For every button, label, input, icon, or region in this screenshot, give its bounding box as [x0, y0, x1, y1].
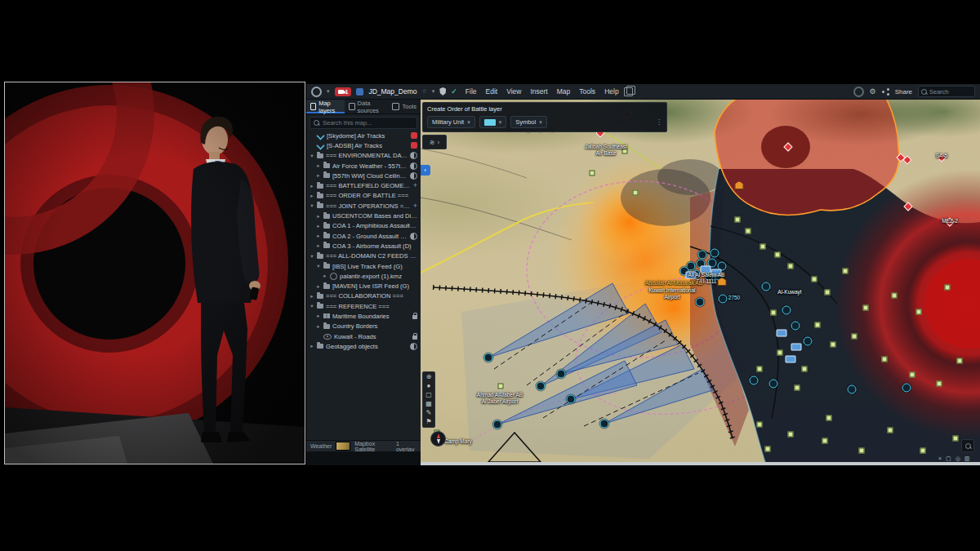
layers-quick-toggle[interactable]: ≋ › — [422, 135, 447, 149]
draw-icon[interactable]: ✎ — [426, 410, 432, 416]
map-search-input[interactable]: Search this map... — [310, 117, 417, 129]
menu-help[interactable]: Help — [604, 87, 618, 96]
title-star-icon[interactable]: ☆ — [421, 88, 426, 95]
lock-icon[interactable] — [412, 315, 417, 319]
caret-icon[interactable]: ▸ — [316, 162, 321, 169]
caret-icon[interactable]: ▾ — [310, 303, 314, 309]
measure-icon[interactable]: ⚑ — [425, 419, 431, 425]
app-logo-icon[interactable] — [311, 87, 322, 97]
opacity-icon[interactable] — [410, 162, 417, 170]
share-button[interactable]: Share — [895, 88, 912, 96]
menu-map[interactable]: Map — [557, 87, 571, 96]
layer-row[interactable]: [S-ADSB] Air Tracks — [306, 140, 421, 150]
share-node-icon[interactable] — [882, 88, 889, 96]
layer-row[interactable]: ▸USCENTCOM Bases and Disposition — [306, 211, 421, 220]
close-icon[interactable]: × — [938, 455, 942, 462]
opacity-icon[interactable] — [410, 233, 417, 240]
title-caret-icon[interactable]: ▾ — [432, 88, 435, 95]
caret-icon[interactable]: ▸ — [316, 213, 321, 220]
layer-row[interactable]: ▸palantir-export (1).kmz — [306, 271, 421, 281]
map-canvas[interactable]: Juwairi Highway StripJalibah Southeast A… — [421, 100, 980, 462]
lock-icon[interactable] — [412, 335, 417, 340]
layer-row[interactable]: ▸[557th WW] Cloud Ceiling Height (A) — [306, 171, 421, 180]
menu-edit[interactable]: Edit — [486, 87, 498, 96]
layer-row[interactable]: ▾=== REFERENCE === — [306, 301, 421, 311]
tab-map-layers[interactable]: Map layers — [306, 100, 345, 113]
caret-icon[interactable]: ▸ — [323, 273, 327, 279]
layer-row[interactable]: ▸[MAVEN] Live ISR Feed (G) — [306, 281, 421, 291]
caret-icon[interactable]: ▾ — [316, 263, 321, 269]
add-icon[interactable]: + — [413, 202, 417, 210]
pages-icon[interactable] — [624, 87, 633, 96]
add-icon[interactable]: + — [413, 182, 417, 189]
caret-icon[interactable]: ▸ — [316, 172, 321, 179]
layer-row[interactable]: [Skydome] Air Tracks — [306, 131, 421, 140]
logo-caret-icon[interactable]: ▾ — [327, 88, 330, 95]
caret-icon[interactable]: ▸ — [310, 183, 314, 189]
layer-row[interactable]: ▾=== ALL-DOMAIN C2 FEEDS === — [306, 251, 421, 261]
caret-icon[interactable]: ▸ — [310, 343, 314, 349]
grid-icon[interactable]: ▦ — [425, 401, 432, 407]
layer-row[interactable]: ▾[IBS] Live Track Feed (G) — [306, 261, 421, 271]
menu-tools[interactable]: Tools — [579, 87, 595, 96]
layer-row[interactable]: ▸COA 1 - Amphibious Assault (D) — [306, 221, 421, 231]
menu-insert[interactable]: Insert — [530, 87, 547, 96]
basemap-footer[interactable]: Weather Mapbox Satellite 1 overlay — [306, 440, 421, 451]
layer-row[interactable]: Kuwait - Roads — [306, 331, 421, 341]
caret-icon[interactable]: ▸ — [310, 193, 314, 199]
caret-icon[interactable]: ▸ — [316, 313, 321, 319]
global-search[interactable]: Search — [918, 86, 975, 97]
opacity-icon[interactable] — [410, 152, 417, 159]
kebab-menu-icon[interactable]: ⋮ — [656, 118, 662, 126]
color-dropdown[interactable]: ▾ — [479, 116, 507, 128]
caret-icon[interactable]: ▸ — [316, 233, 321, 239]
rect-select-icon[interactable]: ▢ — [425, 392, 432, 398]
panel-collapse-button[interactable]: ‹ — [421, 165, 430, 176]
caret-icon[interactable]: ▾ — [310, 253, 314, 260]
basemap-thumbnail[interactable] — [336, 442, 350, 451]
layer-row[interactable]: ▸Maritime Boundaries — [306, 311, 421, 321]
layer-row[interactable]: ▸COA 3 - Airborne Assault (D) — [306, 241, 421, 251]
document-title[interactable]: JD_Map_Demo — [368, 87, 416, 96]
caret-icon[interactable]: ▸ — [316, 283, 321, 290]
crosshair-icon[interactable]: ⊕ — [426, 374, 432, 380]
frame-icon[interactable]: ▢ — [946, 455, 951, 462]
compass-control[interactable] — [430, 431, 446, 447]
layer-row[interactable]: ▾=== ENVIRONMENTAL DATA === — [306, 151, 421, 161]
tab-data-sources[interactable]: Data sources — [345, 100, 388, 113]
layer-row[interactable]: ▾=== JOINT OPERATIONS ===+ — [306, 201, 421, 211]
layer-row[interactable]: ▸=== BATTLEFIELD GEOMETRY ===+ — [306, 180, 421, 190]
basemap-name[interactable]: Mapbox Satellite — [354, 441, 392, 452]
presence-icon[interactable] — [853, 87, 864, 97]
unit-type-dropdown[interactable]: Military Unit ▾ — [427, 116, 475, 128]
layer-row[interactable]: ▸COA 2 - Ground Assault (D) — [306, 231, 421, 241]
layer-row[interactable]: ▸=== ORDER OF BATTLE === — [306, 191, 421, 201]
layers-icon[interactable]: ▥ — [964, 455, 970, 462]
opacity-icon[interactable] — [410, 343, 417, 350]
menu-view[interactable]: View — [506, 87, 521, 96]
caret-icon[interactable]: ▸ — [316, 223, 321, 229]
layer-row[interactable]: ▸Air Force Weather - 557th WW — [306, 161, 421, 171]
folder-icon — [317, 153, 323, 158]
caret-icon[interactable]: ▸ — [310, 293, 314, 300]
symbol-dropdown[interactable]: Symbol ▾ — [510, 116, 547, 128]
pin-icon[interactable]: ● — [427, 383, 431, 389]
layer-row[interactable]: ▸=== COLLABORATION === — [306, 291, 421, 301]
opacity-icon[interactable] — [410, 172, 417, 180]
gear-icon[interactable]: ⚙ — [870, 88, 876, 96]
alert-badge[interactable] — [411, 132, 417, 139]
weather-label[interactable]: Weather — [310, 443, 332, 449]
menu-file[interactable]: File — [466, 87, 477, 96]
shield-icon — [439, 87, 446, 96]
target-icon[interactable]: ◎ — [956, 455, 960, 462]
caret-icon[interactable]: ▾ — [310, 202, 314, 209]
caret-icon[interactable]: ▾ — [310, 153, 314, 159]
alert-badge[interactable] — [411, 142, 417, 149]
layer-row[interactable]: ▸Country Borders — [306, 322, 421, 331]
caret-icon[interactable]: ▸ — [316, 323, 321, 330]
tab-tools[interactable]: Tools — [388, 100, 421, 113]
caret-icon[interactable]: ▸ — [316, 242, 321, 249]
recording-badge[interactable]: 1 — [335, 87, 352, 96]
zoom-button[interactable] — [961, 439, 974, 452]
layer-row[interactable]: ▸Geotagged objects — [306, 341, 421, 351]
